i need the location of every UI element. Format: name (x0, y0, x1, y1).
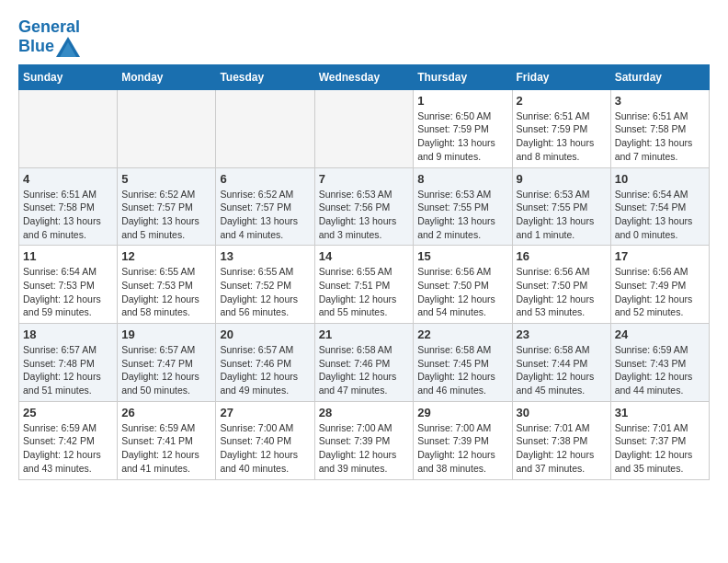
logo: General Blue (18, 18, 80, 57)
day-number: 7 (319, 172, 410, 186)
day-number: 24 (615, 327, 705, 341)
day-info: Sunrise: 6:58 AMSunset: 7:45 PMDaylight:… (417, 343, 507, 397)
day-info: Sunrise: 6:55 AMSunset: 7:52 PMDaylight:… (220, 265, 310, 319)
day-number: 18 (23, 327, 113, 341)
day-info: Sunrise: 7:01 AMSunset: 7:37 PMDaylight:… (615, 421, 705, 476)
day-number: 17 (615, 249, 705, 263)
day-number: 5 (121, 172, 211, 186)
day-number: 4 (23, 172, 113, 186)
day-number: 23 (517, 327, 607, 341)
day-info: Sunrise: 6:54 AMSunset: 7:54 PMDaylight:… (615, 188, 705, 242)
day-number: 16 (517, 249, 607, 263)
logo-blue: Blue (18, 38, 54, 56)
day-info: Sunrise: 7:01 AMSunset: 7:38 PMDaylight:… (517, 421, 607, 476)
day-number: 26 (121, 406, 211, 419)
calendar-cell: 10Sunrise: 6:54 AMSunset: 7:54 PMDayligh… (610, 167, 709, 246)
day-info: Sunrise: 6:58 AMSunset: 7:44 PMDaylight:… (517, 343, 607, 397)
calendar-cell: 4Sunrise: 6:51 AMSunset: 7:58 PMDaylight… (19, 167, 118, 246)
day-number: 3 (615, 94, 705, 108)
calendar-cell: 27Sunrise: 7:00 AMSunset: 7:40 PMDayligh… (216, 401, 314, 479)
calendar-week-2: 4Sunrise: 6:51 AMSunset: 7:58 PMDaylight… (19, 167, 710, 246)
calendar-cell: 28Sunrise: 7:00 AMSunset: 7:39 PMDayligh… (314, 401, 414, 479)
calendar-cell: 3Sunrise: 6:51 AMSunset: 7:58 PMDaylight… (610, 89, 709, 167)
calendar-cell (19, 89, 118, 167)
day-number: 21 (319, 327, 410, 341)
day-info: Sunrise: 7:00 AMSunset: 7:40 PMDaylight:… (220, 421, 310, 476)
day-info: Sunrise: 6:59 AMSunset: 7:41 PMDaylight:… (121, 421, 211, 476)
day-number: 2 (517, 94, 607, 108)
day-info: Sunrise: 6:55 AMSunset: 7:51 PMDaylight:… (319, 265, 410, 319)
day-number: 12 (121, 249, 211, 263)
day-info: Sunrise: 6:51 AMSunset: 7:58 PMDaylight:… (615, 109, 705, 164)
calendar-cell: 29Sunrise: 7:00 AMSunset: 7:39 PMDayligh… (414, 401, 512, 479)
calendar-cell: 25Sunrise: 6:59 AMSunset: 7:42 PMDayligh… (19, 401, 118, 479)
day-number: 8 (417, 172, 507, 186)
day-info: Sunrise: 6:56 AMSunset: 7:50 PMDaylight:… (517, 265, 607, 319)
day-info: Sunrise: 6:57 AMSunset: 7:47 PMDaylight:… (121, 343, 211, 397)
day-info: Sunrise: 7:00 AMSunset: 7:39 PMDaylight:… (417, 421, 507, 476)
calendar-cell: 12Sunrise: 6:55 AMSunset: 7:53 PMDayligh… (118, 246, 216, 324)
calendar-cell: 17Sunrise: 6:56 AMSunset: 7:49 PMDayligh… (610, 246, 709, 324)
calendar-cell: 8Sunrise: 6:53 AMSunset: 7:55 PMDaylight… (414, 167, 512, 246)
day-info: Sunrise: 6:56 AMSunset: 7:49 PMDaylight:… (615, 265, 705, 319)
day-info: Sunrise: 6:53 AMSunset: 7:55 PMDaylight:… (517, 188, 607, 242)
calendar-week-3: 11Sunrise: 6:54 AMSunset: 7:53 PMDayligh… (19, 246, 710, 324)
calendar-cell: 21Sunrise: 6:58 AMSunset: 7:46 PMDayligh… (314, 324, 414, 402)
day-number: 6 (220, 172, 310, 186)
calendar-cell: 16Sunrise: 6:56 AMSunset: 7:50 PMDayligh… (512, 246, 610, 324)
calendar-cell: 14Sunrise: 6:55 AMSunset: 7:51 PMDayligh… (314, 246, 414, 324)
day-number: 27 (220, 406, 310, 419)
calendar-cell: 11Sunrise: 6:54 AMSunset: 7:53 PMDayligh… (19, 246, 118, 324)
calendar-cell: 18Sunrise: 6:57 AMSunset: 7:48 PMDayligh… (19, 324, 118, 402)
day-info: Sunrise: 6:59 AMSunset: 7:43 PMDaylight:… (615, 343, 705, 397)
day-number: 30 (517, 406, 607, 419)
day-number: 9 (517, 172, 607, 186)
day-info: Sunrise: 6:57 AMSunset: 7:48 PMDaylight:… (23, 343, 113, 397)
day-info: Sunrise: 7:00 AMSunset: 7:39 PMDaylight:… (319, 421, 410, 476)
calendar-cell: 20Sunrise: 6:57 AMSunset: 7:46 PMDayligh… (216, 324, 314, 402)
weekday-header-saturday: Saturday (610, 64, 709, 89)
calendar-cell: 24Sunrise: 6:59 AMSunset: 7:43 PMDayligh… (610, 324, 709, 402)
header: General Blue (18, 18, 710, 57)
day-info: Sunrise: 6:53 AMSunset: 7:56 PMDaylight:… (319, 188, 410, 242)
day-info: Sunrise: 6:52 AMSunset: 7:57 PMDaylight:… (220, 188, 310, 242)
day-number: 14 (319, 249, 410, 263)
weekday-header-monday: Monday (118, 64, 216, 89)
calendar-week-4: 18Sunrise: 6:57 AMSunset: 7:48 PMDayligh… (19, 324, 710, 402)
weekday-header-thursday: Thursday (414, 64, 512, 89)
calendar-cell: 13Sunrise: 6:55 AMSunset: 7:52 PMDayligh… (216, 246, 314, 324)
calendar-cell: 15Sunrise: 6:56 AMSunset: 7:50 PMDayligh… (414, 246, 512, 324)
calendar-cell: 5Sunrise: 6:52 AMSunset: 7:57 PMDaylight… (118, 167, 216, 246)
day-number: 10 (615, 172, 705, 186)
calendar-cell: 1Sunrise: 6:50 AMSunset: 7:59 PMDaylight… (414, 89, 512, 167)
calendar-cell: 26Sunrise: 6:59 AMSunset: 7:41 PMDayligh… (118, 401, 216, 479)
weekday-header-sunday: Sunday (19, 64, 118, 89)
weekday-header-tuesday: Tuesday (216, 64, 314, 89)
day-number: 29 (417, 406, 507, 419)
day-number: 31 (615, 406, 705, 419)
weekday-header-friday: Friday (512, 64, 610, 89)
calendar-week-1: 1Sunrise: 6:50 AMSunset: 7:59 PMDaylight… (19, 89, 710, 167)
day-number: 19 (121, 327, 211, 341)
day-number: 13 (220, 249, 310, 263)
calendar: SundayMondayTuesdayWednesdayThursdayFrid… (18, 64, 710, 480)
day-info: Sunrise: 6:50 AMSunset: 7:59 PMDaylight:… (417, 109, 507, 164)
day-info: Sunrise: 6:53 AMSunset: 7:55 PMDaylight:… (417, 188, 507, 242)
calendar-cell: 6Sunrise: 6:52 AMSunset: 7:57 PMDaylight… (216, 167, 314, 246)
calendar-cell: 22Sunrise: 6:58 AMSunset: 7:45 PMDayligh… (414, 324, 512, 402)
calendar-week-5: 25Sunrise: 6:59 AMSunset: 7:42 PMDayligh… (19, 401, 710, 479)
day-number: 1 (417, 94, 507, 108)
calendar-cell: 2Sunrise: 6:51 AMSunset: 7:59 PMDaylight… (512, 89, 610, 167)
day-info: Sunrise: 6:58 AMSunset: 7:46 PMDaylight:… (319, 343, 410, 397)
calendar-cell: 19Sunrise: 6:57 AMSunset: 7:47 PMDayligh… (118, 324, 216, 402)
calendar-cell: 9Sunrise: 6:53 AMSunset: 7:55 PMDaylight… (512, 167, 610, 246)
day-number: 28 (319, 406, 410, 419)
calendar-cell: 23Sunrise: 6:58 AMSunset: 7:44 PMDayligh… (512, 324, 610, 402)
day-number: 11 (23, 249, 113, 263)
day-number: 20 (220, 327, 310, 341)
logo-text: General (18, 18, 80, 37)
day-number: 15 (417, 249, 507, 263)
day-info: Sunrise: 6:51 AMSunset: 7:58 PMDaylight:… (23, 188, 113, 242)
day-number: 25 (23, 406, 113, 419)
day-info: Sunrise: 6:51 AMSunset: 7:59 PMDaylight:… (517, 109, 607, 164)
